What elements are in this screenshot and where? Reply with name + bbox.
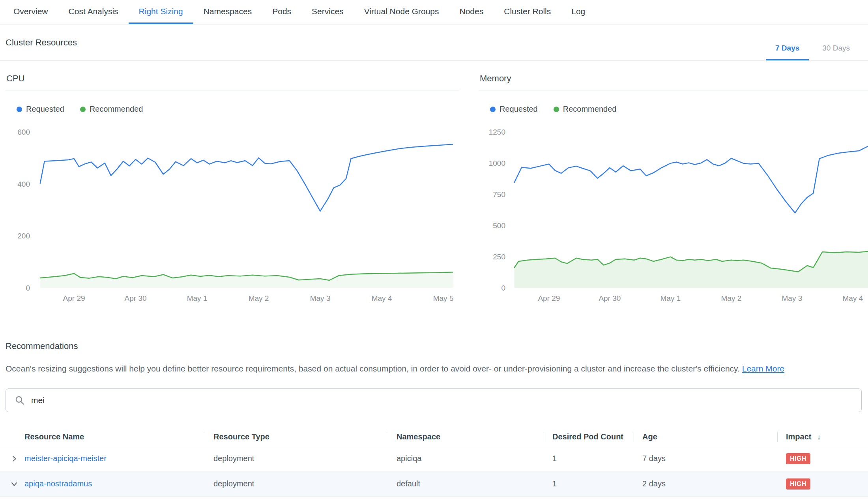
cluster-resources-header: Cluster Resources 7 Days 30 Days [0,24,868,61]
chevron-right-icon[interactable] [10,455,18,463]
svg-text:May 1: May 1 [660,294,681,302]
tab-right-sizing[interactable]: Right Sizing [129,0,193,24]
svg-text:200: 200 [17,232,30,240]
tab-cost-analysis[interactable]: Cost Analysis [58,0,129,24]
table-row[interactable]: meister-apiciqa-meister deployment apici… [0,446,868,471]
legend-label: Requested [26,105,64,114]
svg-text:Apr 29: Apr 29 [538,294,560,302]
tab-overview[interactable]: Overview [3,0,58,24]
svg-text:500: 500 [493,221,505,230]
age-cell: 7 days [634,454,777,463]
sort-descending-icon[interactable]: ↓ [817,432,821,441]
desired-pod-count-cell: 1 [544,479,634,488]
svg-text:May 5: May 5 [433,294,454,302]
header-impact[interactable]: Impact ↓ [777,432,868,441]
tab-cluster-rolls[interactable]: Cluster Rolls [494,0,561,24]
charts-row: CPU Requested Recommended 0200400600Apr … [0,61,868,306]
svg-text:Apr 29: Apr 29 [63,294,85,302]
svg-text:250: 250 [493,253,505,261]
legend-item-requested[interactable]: Requested [490,105,538,114]
header-resource-name[interactable]: Resource Name [0,432,205,441]
age-cell: 2 days [634,479,777,488]
memory-chart-title: Memory [479,70,868,90]
search-input[interactable] [31,396,853,405]
cpu-chart-legend: Requested Recommended [17,105,459,114]
search-icon [15,395,25,405]
svg-text:May 4: May 4 [843,294,863,302]
svg-text:May 3: May 3 [782,294,803,302]
impact-cell: HIGH [777,453,868,464]
legend-item-recommended[interactable]: Recommended [554,105,617,114]
tab-nodes[interactable]: Nodes [449,0,494,24]
svg-text:750: 750 [493,190,505,199]
resource-name-cell: meister-apiciqa-meister [0,454,205,463]
legend-label: Requested [499,105,538,114]
legend-item-recommended[interactable]: Recommended [80,105,143,114]
svg-text:May 4: May 4 [372,294,392,302]
impact-high-badge: HIGH [786,478,810,490]
tab-virtual-node-groups[interactable]: Virtual Node Groups [354,0,449,24]
cpu-chart-title: CPU [6,70,459,90]
time-range-toggle: 7 Days 30 Days [766,24,859,60]
learn-more-link[interactable]: Learn More [742,364,784,373]
legend-label: Recommended [90,105,143,114]
range-7-days[interactable]: 7 Days [766,38,809,60]
table-row[interactable]: apiqa-nostradamus deployment default 1 2… [0,471,868,497]
namespace-cell: default [388,479,544,488]
svg-text:0: 0 [501,284,505,292]
svg-text:1000: 1000 [489,159,505,167]
recommended-legend-dot [80,107,86,112]
memory-chart-legend: Requested Recommended [490,105,868,114]
svg-text:May 2: May 2 [721,294,742,302]
header-impact-label: Impact [786,432,811,441]
cpu-line-chart: 0200400600Apr 29Apr 30May 1May 2May 3May… [6,116,459,306]
range-30-days[interactable]: 30 Days [813,38,859,60]
cpu-chart-panel: CPU Requested Recommended 0200400600Apr … [6,70,459,306]
impact-cell: HIGH [777,478,868,490]
resource-name-cell: apiqa-nostradamus [0,479,205,488]
header-age[interactable]: Age [634,432,777,441]
memory-line-chart: 025050075010001250Apr 29Apr 30May 1May 2… [479,116,868,306]
resource-name-link[interactable]: apiqa-nostradamus [24,479,92,488]
recommendations-description-text: Ocean's resizing suggestions will help y… [6,364,740,373]
tab-pods[interactable]: Pods [262,0,301,24]
namespace-cell: apiciqa [388,454,544,463]
recommendations-table: Resource Name Resource Type Namespace De… [0,428,868,497]
recommendations-title: Recommendations [6,341,868,351]
svg-text:400: 400 [17,180,30,188]
top-tabbar: Overview Cost Analysis Right Sizing Name… [0,0,868,24]
recommendations-description: Ocean's resizing suggestions will help y… [6,363,859,374]
search-bar[interactable] [6,388,862,412]
header-desired-pod-count[interactable]: Desired Pod Count [544,432,634,441]
requested-legend-dot [490,107,496,112]
tab-namespaces[interactable]: Namespaces [193,0,262,24]
svg-text:May 2: May 2 [249,294,269,302]
chevron-down-icon[interactable] [10,480,18,488]
resource-name-link[interactable]: meister-apiciqa-meister [24,454,107,463]
recommended-legend-dot [554,107,559,112]
impact-high-badge: HIGH [786,453,810,464]
tab-log[interactable]: Log [561,0,595,24]
svg-text:0: 0 [26,284,30,292]
memory-chart-panel: Memory Requested Recommended 02505007501… [479,70,868,306]
resource-type-cell: deployment [205,454,388,463]
header-resource-type[interactable]: Resource Type [205,432,388,441]
svg-text:May 1: May 1 [187,294,208,302]
svg-text:600: 600 [17,128,30,136]
svg-text:May 3: May 3 [310,294,331,302]
requested-legend-dot [17,107,22,112]
header-namespace[interactable]: Namespace [388,432,544,441]
desired-pod-count-cell: 1 [544,454,634,463]
svg-text:Apr 30: Apr 30 [125,294,147,302]
svg-text:Apr 30: Apr 30 [599,294,621,302]
cluster-resources-title: Cluster Resources [6,38,77,48]
legend-label: Recommended [563,105,617,114]
table-header-row: Resource Name Resource Type Namespace De… [0,428,868,446]
resource-type-cell: deployment [205,479,388,488]
legend-item-requested[interactable]: Requested [17,105,64,114]
svg-text:1250: 1250 [489,128,505,136]
tab-services[interactable]: Services [301,0,354,24]
